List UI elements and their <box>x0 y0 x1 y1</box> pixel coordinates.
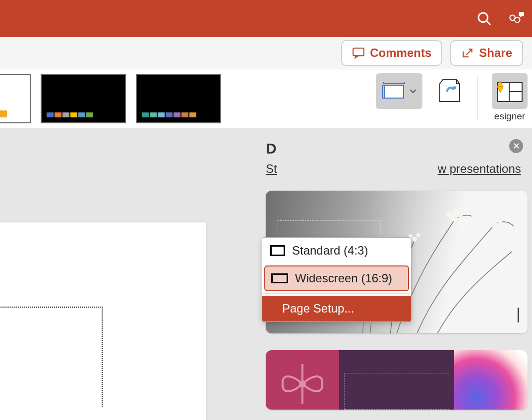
pane-title: D <box>266 140 523 157</box>
search-icon[interactable] <box>476 11 492 27</box>
share-label: Share <box>479 46 512 60</box>
format-background-button[interactable] <box>432 73 467 108</box>
content-placeholder[interactable] <box>0 307 103 407</box>
slide-editor[interactable] <box>0 222 206 420</box>
svg-point-3 <box>515 17 520 22</box>
aspect-16-9-icon <box>271 273 288 283</box>
close-icon[interactable]: ✕ <box>509 139 523 153</box>
menu-item-label: Page Setup... <box>282 302 354 315</box>
theme-thumb[interactable] <box>41 74 126 123</box>
design-suggestion[interactable] <box>266 350 528 410</box>
canvas-area: ✕ D Stxxxxxxxxxxxxxxxxxxxxxxxxxxxw prese… <box>0 128 532 420</box>
comments-button[interactable]: Comments <box>341 40 442 66</box>
aspect-4-3-icon <box>270 245 285 256</box>
theme-thumb[interactable] <box>136 74 221 123</box>
menu-item-widescreen[interactable]: Widescreen (16:9) <box>264 265 409 291</box>
svg-point-39 <box>300 381 305 386</box>
text-cursor <box>518 308 519 322</box>
designer-button[interactable]: esigner <box>487 73 532 122</box>
menu-item-label: Standard (4:3) <box>292 244 368 258</box>
svg-point-0 <box>478 13 488 22</box>
svg-rect-4 <box>519 12 524 16</box>
command-bar: Comments Share <box>0 37 532 69</box>
slide-size-button[interactable] <box>376 73 422 109</box>
menu-item-page-setup[interactable]: Page Setup... <box>262 296 411 321</box>
title-placeholder <box>344 373 449 410</box>
share-button[interactable]: Share <box>450 40 523 66</box>
pane-link[interactable]: Stxxxxxxxxxxxxxxxxxxxxxxxxxxxw presentat… <box>266 162 521 176</box>
svg-rect-6 <box>385 85 404 98</box>
svg-point-13 <box>453 86 456 89</box>
chevron-down-icon <box>410 88 416 95</box>
themes-strip: esigner <box>0 69 532 128</box>
designer-label: esigner <box>494 111 525 122</box>
svg-rect-5 <box>353 48 364 55</box>
theme-thumb[interactable] <box>0 74 31 123</box>
menu-item-standard[interactable]: Standard (4:3) <box>262 238 411 263</box>
coauthor-icon[interactable] <box>507 11 523 27</box>
comments-label: Comments <box>370 46 431 60</box>
slide-size-menu: Standard (4:3) Widescreen (16:9) Page Se… <box>262 237 412 322</box>
menu-item-label: Widescreen (16:9) <box>295 271 392 285</box>
title-bar <box>0 0 532 37</box>
svg-line-1 <box>486 21 490 25</box>
